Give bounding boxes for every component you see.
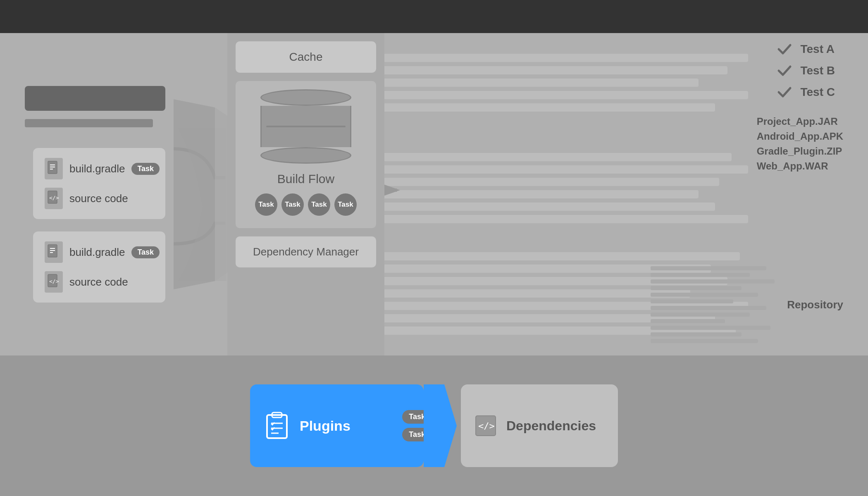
svg-rect-31 bbox=[267, 415, 287, 438]
build-flow-label: Build Flow bbox=[277, 172, 334, 186]
right-panel: Test A Test B Test C bbox=[384, 33, 868, 355]
svg-text:</>: </> bbox=[478, 421, 495, 431]
header-bar bbox=[25, 86, 165, 111]
db-cylinder-body bbox=[260, 106, 351, 147]
file-item-source-code-2: </> source code bbox=[45, 271, 154, 293]
repo-line-8 bbox=[651, 312, 750, 317]
center-panel: Cache Build Flow Task Task Task Task Dep… bbox=[227, 33, 384, 355]
diagram-area: build.gradle Task </> source code bbox=[0, 33, 868, 355]
repo-line-11 bbox=[651, 332, 742, 336]
repo-line-3 bbox=[651, 279, 775, 284]
output-jar-label: Project_App.JAR bbox=[757, 116, 843, 127]
repo-line-7 bbox=[651, 306, 766, 310]
file-label-source-code-2: source code bbox=[69, 276, 128, 289]
repository-section: Repository bbox=[651, 266, 843, 343]
repo-line-10 bbox=[651, 326, 770, 330]
document-icon-1 bbox=[45, 158, 63, 179]
check-icon-a bbox=[777, 41, 792, 57]
svg-text:</>: </> bbox=[49, 195, 59, 201]
plugins-card[interactable]: Plugins Task Task bbox=[250, 384, 424, 467]
repository-label: Repository bbox=[787, 298, 843, 311]
code-bracket-icon: </> bbox=[473, 413, 498, 438]
repo-line-5 bbox=[651, 293, 758, 297]
test-item-b: Test B bbox=[777, 63, 835, 79]
cache-label: Cache bbox=[289, 50, 323, 63]
output-files: Project_App.JAR Android_App.APK Gradle_P… bbox=[757, 116, 843, 175]
dependencies-card[interactable]: </> Dependencies bbox=[461, 384, 618, 467]
file-label-build-gradle-2: build.gradle bbox=[69, 246, 125, 259]
output-war-label: Web_App.WAR bbox=[757, 160, 843, 172]
code-icon-2: </> bbox=[45, 271, 63, 293]
check-icon-b bbox=[777, 63, 792, 79]
task-badge-2[interactable]: Task bbox=[131, 246, 160, 258]
dep-manager-box: Dependency Manager bbox=[236, 236, 376, 267]
repo-line-2 bbox=[651, 273, 750, 277]
file-group-1: build.gradle Task </> source code bbox=[33, 148, 165, 219]
repo-line-6 bbox=[651, 299, 733, 303]
file-label-build-gradle-1: build.gradle bbox=[69, 162, 125, 175]
dep-manager-label: Dependency Manager bbox=[253, 246, 359, 258]
funnel-connector bbox=[174, 33, 227, 355]
arrow-connector bbox=[424, 384, 457, 467]
svg-text:</>: </> bbox=[49, 278, 59, 284]
file-group-2: build.gradle Task </> source code bbox=[33, 231, 165, 303]
repo-line-12 bbox=[651, 339, 758, 343]
file-item-build-gradle-1: build.gradle Task bbox=[45, 158, 154, 179]
output-apk-label: Android_App.APK bbox=[757, 131, 843, 142]
repo-line-1 bbox=[651, 266, 766, 270]
plugins-label: Plugins bbox=[300, 418, 351, 434]
task-row: Task Task Task Task bbox=[255, 193, 357, 216]
repo-line-4 bbox=[651, 286, 742, 290]
test-results: Test A Test B Test C bbox=[777, 41, 835, 100]
file-item-source-code-1: </> source code bbox=[45, 188, 154, 209]
document-icon-2 bbox=[45, 241, 63, 263]
sub-bar bbox=[25, 119, 153, 127]
task-circle-4[interactable]: Task bbox=[334, 193, 357, 216]
task-circle-3[interactable]: Task bbox=[308, 193, 330, 216]
db-cylinder-top bbox=[260, 89, 351, 106]
bottom-area: Plugins Task Task </> Dependencies bbox=[0, 355, 868, 496]
db-cylinder-bottom bbox=[260, 147, 351, 164]
test-item-a: Test A bbox=[777, 41, 835, 57]
file-label-source-code-1: source code bbox=[69, 192, 128, 205]
task-badge-1[interactable]: Task bbox=[131, 163, 160, 175]
check-icon-c bbox=[777, 84, 792, 100]
db-cylinder bbox=[260, 89, 351, 164]
top-bar bbox=[0, 0, 868, 33]
task-circle-1[interactable]: Task bbox=[255, 193, 277, 216]
repo-line-9 bbox=[651, 319, 725, 323]
dependencies-label: Dependencies bbox=[506, 418, 596, 434]
cache-box: Cache bbox=[236, 41, 376, 73]
test-c-label: Test C bbox=[801, 86, 835, 99]
build-flow-box: Build Flow Task Task Task Task bbox=[236, 81, 376, 228]
test-b-label: Test B bbox=[801, 64, 835, 77]
left-panel: build.gradle Task </> source code bbox=[0, 33, 174, 355]
task-circle-2[interactable]: Task bbox=[281, 193, 304, 216]
test-a-label: Test A bbox=[801, 43, 835, 56]
output-zip-label: Gradle_Plugin.ZIP bbox=[757, 145, 843, 157]
repo-lines bbox=[651, 266, 775, 343]
file-item-build-gradle-2: build.gradle Task bbox=[45, 241, 154, 263]
test-item-c: Test C bbox=[777, 84, 835, 100]
clipboard-icon bbox=[262, 409, 291, 442]
code-icon-1: </> bbox=[45, 188, 63, 209]
